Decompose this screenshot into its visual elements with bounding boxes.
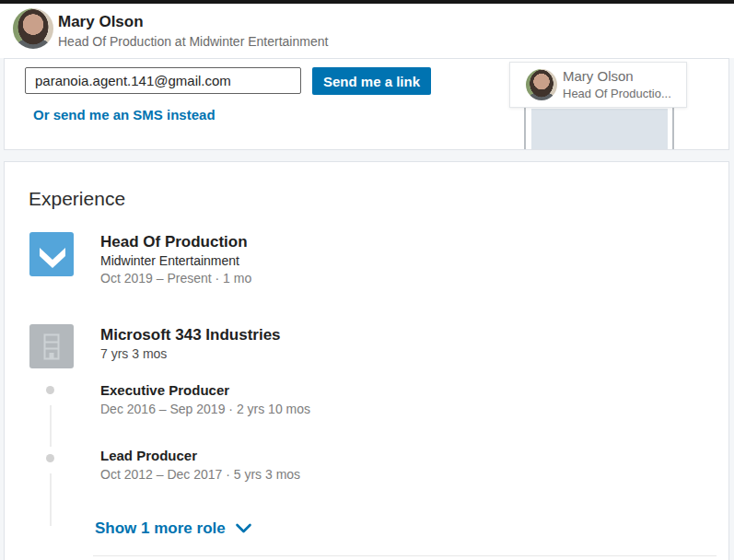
preview-avatar [526,69,557,100]
experience-section-title: Experience [29,188,125,210]
wings-logo-glyph [29,232,74,276]
timeline-dot [46,386,54,394]
experience-divider [93,555,717,556]
experience-group-duration: 7 yrs 3 mos [100,346,167,361]
experience-role-dates: Dec 2016 – Sep 2019 · 2 yrs 10 mos [100,402,310,416]
profile-avatar [13,8,53,49]
profile-headline: Head Of Production at Midwinter Entertai… [58,34,328,49]
phone-mock-right-edge [672,107,674,149]
timeline-connector [50,405,52,447]
experience-role-title[interactable]: Lead Producer [100,448,197,463]
timeline-connector [50,473,52,526]
experience-role-dates: Oct 2012 – Dec 2017 · 5 yrs 3 mos [100,467,300,482]
experience-group-company[interactable]: Microsoft 343 Industries [100,326,281,344]
experience-company: Midwinter Entertainment [100,253,239,268]
show-more-roles-link[interactable]: Show 1 more role [95,519,252,538]
preview-name: Mary Olson [563,68,634,84]
experience-job-title[interactable]: Head Of Production [100,233,248,251]
profile-header: Mary Olson Head Of Production at Midwint… [0,4,734,58]
profile-preview-card: Mary Olson Head Of Productio... [509,62,687,108]
chevron-down-icon [235,523,252,534]
send-sms-link[interactable]: Or send me an SMS instead [33,107,216,122]
timeline-dot [46,454,54,462]
preview-headline: Head Of Productio... [563,87,671,100]
experience-role-title[interactable]: Executive Producer [100,382,229,398]
phone-mock-screen [531,109,668,149]
show-more-roles-label: Show 1 more role [95,519,226,538]
building-glyph [29,324,74,368]
company-ghost-logo-icon[interactable] [29,324,74,368]
midwinter-entertainment-logo-icon[interactable] [29,232,74,276]
experience-date-range: Oct 2019 – Present · 1 mo [100,271,251,286]
send-link-panel: Send me a link Or send me an SMS instead… [4,58,729,150]
phone-mock-left-edge [524,107,526,149]
profile-name: Mary Olson [58,13,144,31]
experience-section: Experience Head Of Production Midwinter … [4,161,729,560]
send-link-button[interactable]: Send me a link [312,67,431,95]
email-input[interactable] [25,67,301,94]
